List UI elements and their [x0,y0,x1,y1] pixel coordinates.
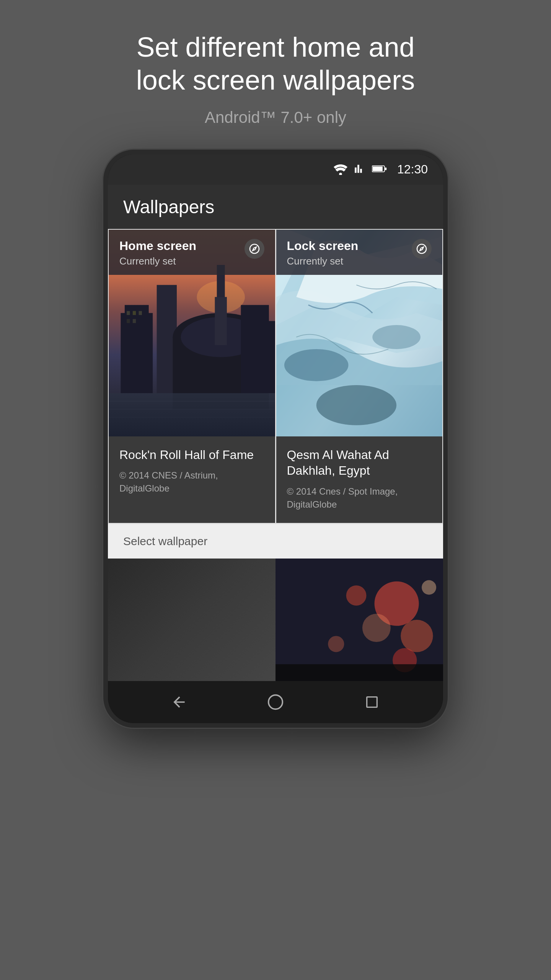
home-card-header-text: Home screen Currently set [119,239,196,267]
battery-icon [372,165,387,175]
svg-rect-18 [215,297,227,345]
svg-rect-11 [127,319,130,323]
svg-rect-9 [133,311,136,315]
lock-card-subtitle: Currently set [287,255,359,267]
lock-card-info: Qesm Al Wahat Ad Dakhlah, Egypt © 2014 C… [276,436,443,523]
wifi-icon [334,164,347,175]
lock-screen-card[interactable]: Lock screen Currently set [276,229,443,524]
nav-back-button[interactable] [168,691,191,714]
svg-rect-21 [109,393,275,436]
svg-point-28 [316,385,396,425]
lock-card-header-text: Lock screen Currently set [287,239,359,267]
lock-card-header: Lock screen Currently set [276,230,443,275]
svg-point-35 [328,636,344,652]
status-bar: 12:30 [108,154,443,185]
nav-recents-button[interactable] [360,691,383,714]
phone-wrapper: 12:30 Wallpapers Home screen Currently s… [88,150,463,980]
lock-card-copyright: © 2014 Cnes / Spot Image, DigitalGlobe [287,485,432,511]
svg-point-36 [422,580,436,595]
svg-point-32 [362,614,391,642]
main-title: Set different home and lock screen wallp… [0,31,551,97]
svg-point-0 [339,173,342,175]
select-section: Select wallpaper [108,524,443,559]
phone-mockup: 12:30 Wallpapers Home screen Currently s… [103,150,448,728]
svg-rect-20 [261,321,275,393]
lock-compass-icon [412,239,432,259]
app-bar-title: Wallpapers [123,196,428,217]
header-section: Set different home and lock screen wallp… [0,0,551,150]
svg-rect-6 [121,313,153,393]
thumbnail-grid [108,559,443,681]
lock-card-title: Lock screen [287,239,359,253]
svg-point-33 [346,585,367,606]
svg-rect-3 [385,167,386,170]
home-card-header: Home screen Currently set [109,230,275,275]
svg-rect-8 [127,311,130,315]
svg-point-27 [372,325,421,349]
home-screen-image: Home screen Currently set [109,230,275,436]
svg-point-38 [269,695,283,709]
home-compass-icon [245,239,264,259]
nav-bar [108,681,443,723]
signal-icon [354,163,365,176]
svg-point-26 [284,349,348,381]
svg-rect-10 [139,311,142,315]
svg-rect-39 [367,697,377,707]
thumbnail-2[interactable] [276,559,443,681]
home-card-copyright: © 2014 CNES / Astrium, DigitalGlobe [119,469,264,495]
thumbnail-1[interactable] [108,559,276,681]
select-label: Select wallpaper [123,535,207,547]
lock-card-name: Qesm Al Wahat Ad Dakhlah, Egypt [287,447,432,479]
svg-rect-29 [276,559,443,681]
home-card-subtitle: Currently set [119,255,196,267]
nav-home-button[interactable] [264,691,287,714]
home-card-info: Rock'n Roll Hall of Fame © 2014 CNES / A… [109,436,275,523]
home-screen-card[interactable]: Home screen Currently set [108,229,276,524]
svg-rect-2 [373,167,383,171]
svg-point-31 [401,620,433,652]
home-card-name: Rock'n Roll Hall of Fame [119,447,264,463]
home-card-title: Home screen [119,239,196,253]
svg-rect-7 [125,305,149,317]
app-bar: Wallpapers [108,185,443,229]
lock-screen-image: Lock screen Currently set [276,230,443,436]
wallpaper-cards: Home screen Currently set [108,229,443,524]
svg-rect-12 [133,319,136,323]
sub-title: Android™ 7.0+ only [0,108,551,127]
svg-rect-37 [276,664,443,681]
status-time: 12:30 [397,162,428,176]
